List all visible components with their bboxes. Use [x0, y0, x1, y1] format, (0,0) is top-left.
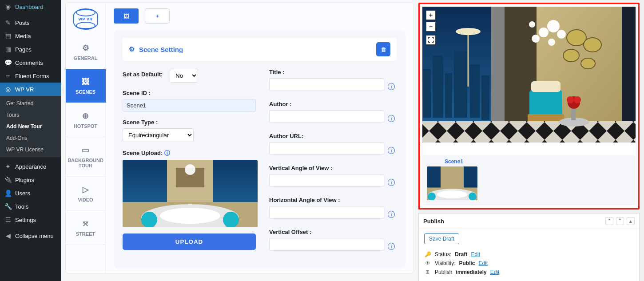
- menu-comments[interactable]: 💬Comments: [0, 56, 61, 69]
- menu-plugins[interactable]: 🔌Plugins: [0, 173, 61, 186]
- svg-point-26: [557, 30, 566, 39]
- tab-street[interactable]: ⤧STREET: [66, 211, 106, 245]
- menu-dashboard[interactable]: ◉Dashboard: [0, 0, 61, 13]
- panel-toggle-button[interactable]: ▴: [627, 217, 635, 225]
- image-icon: 🖼: [123, 13, 129, 20]
- tab-video[interactable]: ▷VIDEO: [66, 177, 106, 211]
- svg-point-5: [160, 208, 220, 224]
- svg-point-23: [547, 20, 560, 32]
- info-icon[interactable]: i: [388, 83, 395, 90]
- gear-icon: ⚙: [68, 43, 104, 53]
- room-render: [422, 7, 636, 142]
- room-pano-image: [123, 160, 258, 227]
- menu-collapse[interactable]: ◀Collapse menu: [0, 229, 61, 242]
- menu-label: Comments: [15, 59, 43, 66]
- submenu-tours[interactable]: Tours: [0, 109, 61, 121]
- svg-point-30: [584, 38, 601, 52]
- set-default-select[interactable]: No: [170, 69, 198, 83]
- voff-input[interactable]: [269, 238, 384, 251]
- vfov-input[interactable]: [269, 174, 384, 187]
- zoom-in-button[interactable]: +: [426, 10, 436, 20]
- menu-settings[interactable]: ☰Settings: [0, 213, 61, 226]
- title-input[interactable]: [269, 78, 384, 91]
- menu-pages[interactable]: ▥Pages: [0, 43, 61, 56]
- scene-thumbnail: [123, 160, 258, 227]
- svg-point-25: [532, 35, 540, 43]
- svg-rect-35: [528, 114, 564, 121]
- svg-point-24: [539, 28, 549, 37]
- author-url-input[interactable]: [269, 142, 384, 155]
- info-icon[interactable]: i: [388, 211, 395, 218]
- svg-rect-44: [464, 166, 477, 188]
- street-icon: ⤧: [68, 219, 104, 229]
- tab-bgtour[interactable]: ▭BACKGROUND TOUR: [66, 137, 106, 177]
- menu-tools[interactable]: 🔧Tools: [0, 200, 61, 213]
- svg-point-39: [567, 96, 574, 103]
- edit-status-link[interactable]: Edit: [471, 251, 480, 257]
- svg-point-27: [548, 39, 555, 46]
- scene-id-label: Scene ID :: [123, 90, 256, 96]
- vr-viewer[interactable]: + − ⛶: [422, 7, 636, 142]
- submenu-license[interactable]: WP VR License: [0, 144, 61, 155]
- preview-panel: + − ⛶: [418, 3, 640, 210]
- author-input[interactable]: [269, 110, 384, 123]
- gallery-thumb[interactable]: [427, 166, 477, 200]
- svg-rect-37: [571, 107, 576, 120]
- fullscreen-button[interactable]: ⛶: [426, 35, 436, 45]
- media-icon: ▤: [4, 32, 12, 40]
- edit-schedule-link[interactable]: Edit: [490, 269, 500, 275]
- scene-type-select[interactable]: Equirectangular: [123, 128, 194, 142]
- tab-general[interactable]: ⚙GENERAL: [66, 35, 106, 69]
- svg-point-47: [428, 193, 436, 201]
- edit-visibility-link[interactable]: Edit: [478, 260, 488, 266]
- save-draft-button[interactable]: Save Draft: [424, 234, 459, 244]
- panel-down-button[interactable]: ˅: [616, 217, 624, 225]
- menu-users[interactable]: 👤Users: [0, 186, 61, 200]
- info-icon[interactable]: i: [388, 243, 395, 250]
- tab-hotspot[interactable]: ⊕HOTSPOT: [66, 103, 106, 137]
- svg-point-40: [574, 96, 581, 103]
- menu-wpvr[interactable]: ◎WP VR: [0, 83, 61, 96]
- schedule-value: immediately: [456, 269, 486, 275]
- visibility-value: Public: [459, 260, 475, 266]
- tab-label: STREET: [76, 231, 95, 237]
- svg-point-28: [529, 21, 535, 28]
- svg-rect-21: [622, 7, 636, 130]
- tab-scenes[interactable]: 🖼SCENES: [66, 69, 106, 103]
- svg-rect-43: [427, 166, 441, 188]
- svg-point-32: [581, 58, 595, 69]
- gauge-icon: ◉: [4, 3, 12, 10]
- collapse-icon: ◀: [4, 232, 12, 239]
- scene-type-label: Scene Type :: [123, 119, 256, 126]
- panel-up-button[interactable]: ˄: [605, 217, 613, 225]
- info-icon[interactable]: i: [388, 115, 395, 122]
- plug-icon: 🔌: [4, 176, 12, 183]
- pages-icon: ▥: [4, 46, 12, 53]
- svg-point-46: [437, 190, 467, 198]
- menu-appearance[interactable]: ✦Appearance: [0, 160, 61, 173]
- zoom-out-button[interactable]: −: [426, 22, 436, 32]
- menu-posts[interactable]: ✎Posts: [0, 16, 61, 29]
- submenu-addons[interactable]: Add-Ons: [0, 132, 61, 144]
- delete-scene-button[interactable]: 🗑: [376, 42, 390, 56]
- scene-id-input[interactable]: [123, 99, 256, 112]
- visibility-label: Visibility:: [435, 260, 455, 266]
- trash-icon: 🗑: [381, 46, 386, 53]
- hfov-input[interactable]: [269, 206, 384, 219]
- submenu-add-new-tour[interactable]: Add New Tour: [0, 121, 61, 132]
- info-icon[interactable]: i: [388, 147, 395, 154]
- svg-rect-15: [454, 51, 467, 118]
- menu-media[interactable]: ▤Media: [0, 29, 61, 43]
- menu-fluentforms[interactable]: ≣Fluent Forms: [0, 69, 61, 83]
- submenu-get-started[interactable]: Get Started: [0, 98, 61, 109]
- scene-subtab-add[interactable]: ＋: [145, 8, 170, 24]
- info-icon[interactable]: ⓘ: [164, 150, 170, 156]
- tab-label: BACKGROUND TOUR: [68, 158, 103, 168]
- upload-button[interactable]: UPLOAD: [123, 234, 256, 250]
- menu-label: Fluent Forms: [15, 73, 49, 79]
- sliders-icon: ☰: [4, 216, 12, 223]
- wpvr-logo: WP VR: [73, 9, 98, 29]
- scene-subtab-image[interactable]: 🖼: [114, 8, 139, 24]
- info-icon[interactable]: i: [388, 179, 395, 186]
- svg-rect-12: [423, 69, 431, 118]
